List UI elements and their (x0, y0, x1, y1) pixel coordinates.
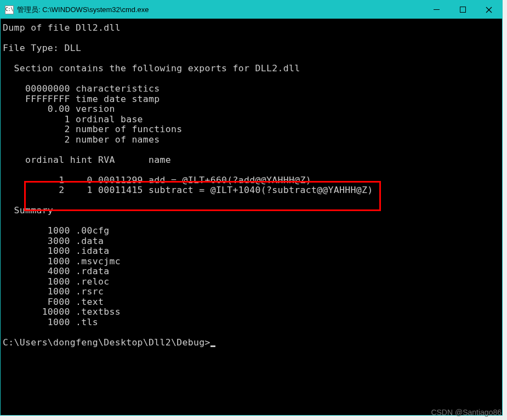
summary-row: 1000 .rsrc (3, 286, 104, 297)
window-controls (423, 1, 502, 19)
output-line: Section contains the following exports f… (3, 63, 300, 73)
summary-row: 10000 .textbss (3, 307, 121, 317)
export-table-header: ordinal hint RVA name (3, 155, 171, 165)
page-scrollbar[interactable] (503, 19, 507, 414)
output-line: 0.00 version (3, 104, 115, 114)
terminal-output[interactable]: Dump of file Dll2.dll File Type: DLL Sec… (1, 19, 502, 415)
cursor (210, 345, 215, 347)
summary-row: 1000 .reloc (3, 276, 109, 287)
maximize-button[interactable] (449, 1, 476, 19)
summary-row: 1000 .tls (3, 317, 98, 327)
summary-row: 1000 .idata (3, 246, 109, 256)
cmd-window: C:\ 管理员: C:\WINDOWS\system32\cmd.exe Dum… (0, 0, 503, 416)
summary-row: F000 .text (3, 297, 104, 307)
watermark: CSDN @Santiago86 (431, 408, 502, 417)
close-button[interactable] (476, 1, 502, 19)
output-line: 1 ordinal base (3, 114, 143, 124)
prompt: C:\Users\dongfeng\Desktop\Dll2\Debug> (3, 337, 210, 348)
summary-row: 1000 .msvcjmc (3, 256, 121, 266)
minimize-button[interactable] (423, 1, 449, 19)
svg-rect-1 (460, 7, 465, 13)
summary-row: 3000 .data (3, 236, 104, 246)
output-line: FFFFFFFF time date stamp (3, 94, 160, 104)
window-title: 管理员: C:\WINDOWS\system32\cmd.exe (17, 5, 423, 15)
output-line: 2 number of functions (3, 124, 182, 134)
output-line: Dump of file Dll2.dll (3, 22, 121, 33)
summary-row: 4000 .rdata (3, 266, 109, 276)
output-line: 2 number of names (3, 134, 160, 145)
output-line: 00000000 characteristics (3, 83, 160, 94)
export-row: 2 1 00011415 subtract = @ILT+1040(?subtr… (3, 185, 373, 195)
output-line: File Type: DLL (3, 43, 81, 53)
summary-header: Summary (3, 205, 53, 215)
app-icon: C:\ (5, 5, 14, 14)
export-row: 1 0 00011299 add = @ILT+660(?add@@YAHHH@… (3, 175, 311, 185)
titlebar[interactable]: C:\ 管理员: C:\WINDOWS\system32\cmd.exe (1, 1, 502, 19)
summary-row: 1000 .00cfg (3, 225, 109, 236)
